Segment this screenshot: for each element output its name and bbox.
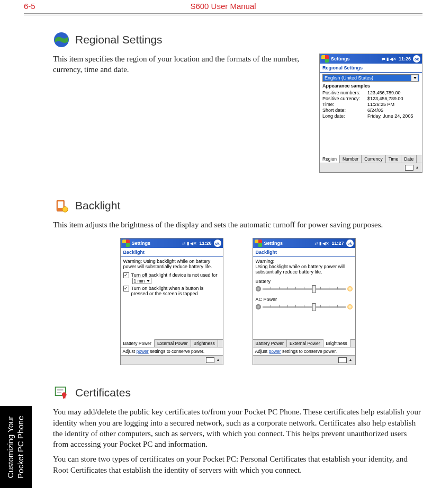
warning-text: Warning: Using backlight while on batter…	[123, 259, 220, 269]
sample-row: Positive currency:$123,456,789.00	[322, 96, 419, 101]
check2-label: Turn on backlight when a button is press…	[131, 286, 220, 296]
tab-battery-power[interactable]: Battery Power	[253, 340, 287, 347]
pda-time: 11:27	[331, 241, 344, 246]
power-link[interactable]: power	[137, 349, 149, 354]
regional-heading-text: Regional Settings	[75, 33, 163, 46]
pda-time: 11:26	[199, 241, 211, 246]
certificates-heading-text: Certificates	[75, 386, 131, 399]
page-header: 6-5 S600 User Manual	[0, 0, 432, 12]
backlight-heading-text: Backlight	[75, 199, 120, 212]
tab-region[interactable]: Region	[320, 155, 340, 163]
certificates-p2: You can store two types of certificates …	[53, 454, 422, 475]
status-icons: ⇄ ▮ ◀✕	[182, 241, 197, 246]
side-tab-line1: Customizing Your	[6, 416, 15, 478]
pda-tabs: Battery Power External Power Brightness	[121, 339, 223, 347]
regional-description: This item specifies the region of your l…	[53, 54, 303, 75]
pda-subhead: Backlight	[253, 248, 355, 257]
tab-external-power[interactable]: External Power	[287, 340, 323, 347]
dim-bulb-icon	[256, 286, 261, 291]
certificate-icon	[53, 384, 70, 401]
page-title: S600 User Manual	[50, 2, 396, 11]
sample-row: Short date:6/24/05	[322, 108, 419, 113]
ac-power-slider[interactable]	[256, 304, 353, 310]
tab-currency[interactable]: Currency	[362, 155, 385, 163]
sample-row: Long date:Friday, June 24, 2005	[322, 113, 419, 119]
page-number: 6-5	[24, 2, 50, 11]
side-tab: Customizing Your Pocket PC Phone	[0, 406, 32, 488]
windows-flag-icon	[321, 55, 329, 63]
footer-text: Adjust power settings to conserve power.	[121, 347, 223, 355]
section-heading-certificates: Certificates	[53, 384, 422, 401]
pda-screenshot-backlight-b: Settings ⇄ ▮ ◀✕ 11:27 ok Backlight Warni…	[253, 238, 356, 365]
slider-label-battery: Battery	[256, 279, 353, 284]
pda-titlebar: Settings ⇄ ▮ ◀✕ 11:26 ok	[121, 238, 223, 248]
pda-time: 11:26	[399, 56, 411, 61]
duration-select[interactable]: 1 min	[132, 278, 152, 284]
warning-body: Using backlight while on battery power w…	[256, 264, 353, 275]
locale-select[interactable]: English (United States)	[322, 74, 419, 82]
keyboard-icon[interactable]	[405, 165, 413, 171]
certificates-p1: You may add/delete the public key certif…	[53, 406, 422, 449]
pda-window-title: Settings	[132, 241, 181, 246]
pda-titlebar: Settings ⇄ ▮ ◀✕ 11:26 ok	[320, 54, 422, 64]
section-heading-regional: Regional Settings	[53, 31, 422, 48]
tab-number[interactable]: Number	[340, 155, 362, 163]
pda-subhead: Backlight	[121, 248, 223, 257]
ok-button[interactable]: ok	[413, 55, 420, 63]
tab-brightness[interactable]: Brightness	[191, 340, 218, 347]
chevron-down-icon	[413, 77, 417, 79]
warning-title: Warning:	[256, 259, 353, 264]
tab-external-power[interactable]: External Power	[155, 340, 191, 347]
svg-point-3	[62, 207, 68, 213]
checkbox-turn-off[interactable]: ✓	[123, 272, 129, 278]
chevron-down-icon	[147, 280, 150, 282]
power-link[interactable]: power	[269, 349, 281, 354]
windows-flag-icon	[122, 240, 130, 247]
status-icons: ⇄ ▮ ◀✕	[314, 241, 329, 246]
backlight-description: This item adjusts the brightness of the …	[53, 219, 422, 230]
windows-flag-icon	[255, 240, 262, 247]
divider	[24, 13, 422, 14]
sample-row: Time:11:26:25 PM	[322, 102, 419, 107]
pda-bottom-bar	[320, 163, 422, 172]
dim-bulb-icon	[256, 304, 261, 310]
slider-label-ac: AC Power	[256, 297, 353, 302]
pda-window-title: Settings	[264, 241, 313, 246]
battery-slider[interactable]	[256, 286, 353, 291]
side-tab-line2: Pocket PC Phone	[16, 415, 25, 478]
status-icons: ⇄ ▮ ◀✕	[382, 57, 397, 61]
keyboard-icon[interactable]	[206, 357, 214, 363]
pda-subhead: Regional Settings	[320, 64, 422, 73]
ok-button[interactable]: ok	[346, 240, 354, 247]
sample-row: Positive numbers:123,456,789.00	[322, 90, 419, 95]
bright-bulb-icon	[347, 286, 353, 291]
ok-button[interactable]: ok	[214, 240, 221, 247]
tab-battery-power[interactable]: Battery Power	[121, 339, 155, 347]
section-heading-backlight: Backlight	[53, 197, 422, 214]
pda-bottom-bar	[121, 355, 223, 365]
pda-titlebar: Settings ⇄ ▮ ◀✕ 11:27 ok	[253, 238, 355, 248]
backlight-icon	[53, 197, 70, 214]
tab-date[interactable]: Date	[401, 155, 417, 163]
tab-brightness[interactable]: Brightness	[323, 339, 350, 347]
pda-tabs: Battery Power External Power Brightness	[253, 339, 355, 347]
check1-label: Turn off backlight if device is not used…	[131, 272, 218, 278]
checkbox-turn-on[interactable]: ✓	[123, 286, 129, 291]
bright-bulb-icon	[347, 304, 353, 310]
appearance-label: Appearance samples	[322, 83, 419, 89]
locale-value: English (United States)	[325, 75, 373, 81]
keyboard-icon[interactable]	[338, 357, 347, 363]
pda-screenshot-backlight-a: Settings ⇄ ▮ ◀✕ 11:26 ok Backlight Warni…	[120, 238, 223, 365]
pda-bottom-bar	[253, 355, 355, 365]
globe-icon	[53, 31, 70, 48]
svg-rect-2	[58, 201, 64, 208]
tab-time[interactable]: Time	[386, 155, 402, 163]
footer-text: Adjust power settings to conserve power.	[253, 347, 355, 355]
svg-point-8	[62, 392, 67, 397]
pda-window-title: Settings	[331, 56, 380, 61]
pda-screenshot-regional: Settings ⇄ ▮ ◀✕ 11:26 ok Regional Settin…	[319, 54, 422, 173]
pda-tabs: Region Number Currency Time Date	[320, 155, 422, 163]
